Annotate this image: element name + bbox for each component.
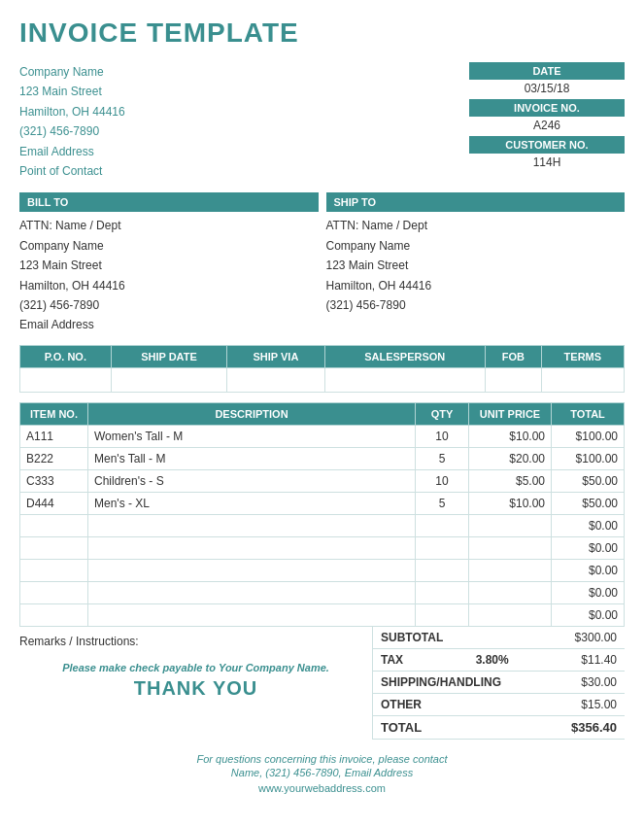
- tax-pct: 3.80%: [476, 653, 509, 667]
- bill-phone: (321) 456-7890: [19, 295, 319, 315]
- po-th-terms: TERMS: [541, 345, 624, 367]
- ship-phone: (321) 456-7890: [326, 295, 626, 315]
- item-no-cell: [20, 536, 88, 559]
- item-price-cell: [469, 581, 552, 603]
- item-desc-cell: Men's Tall - M: [88, 447, 416, 469]
- top-section: Company Name 123 Main Street Hamilton, O…: [19, 62, 625, 181]
- item-no-cell: A111: [20, 425, 88, 447]
- invoice-no-value: A246: [469, 117, 625, 134]
- item-total-cell: $0.00: [552, 536, 625, 559]
- po-th-ship-date: SHIP DATE: [111, 345, 227, 367]
- item-desc-cell: Children's - S: [88, 469, 416, 492]
- bottom-section: Remarks / Instructions: Please make chec…: [19, 627, 625, 740]
- total-row: TOTAL $356.40: [373, 716, 625, 740]
- tax-label: TAX: [381, 653, 403, 667]
- terms-cell: [541, 367, 624, 392]
- footer-web: www.yourwebaddress.com: [19, 782, 625, 794]
- ship-street: 123 Main Street: [326, 256, 626, 275]
- date-invoice-section: DATE 03/15/18 INVOICE NO. A246 CUSTOMER …: [430, 62, 625, 181]
- other-value: $15.00: [581, 698, 617, 711]
- tax-row: TAX 3.80% $11.40: [373, 649, 625, 672]
- date-label: DATE: [469, 62, 625, 80]
- item-qty-cell: [416, 514, 469, 536]
- po-no-cell: [20, 367, 112, 392]
- items-th-desc: DESCRIPTION: [88, 402, 416, 425]
- po-row: [20, 367, 625, 392]
- ship-date-cell: [111, 367, 227, 392]
- date-value: 03/15/18: [469, 80, 625, 97]
- shipping-value: $30.00: [581, 675, 617, 689]
- total-value: $356.40: [571, 720, 617, 735]
- item-qty-cell: 5: [416, 447, 469, 469]
- company-contact: Point of Contact: [19, 161, 125, 181]
- bill-ship-section: BILL TO ATTN: Name / Dept Company Name 1…: [19, 192, 625, 334]
- ship-company: Company Name: [326, 236, 626, 256]
- table-row: $0.00: [20, 559, 625, 581]
- item-desc-cell: [88, 581, 416, 603]
- items-table: ITEM NO. DESCRIPTION QTY UNIT PRICE TOTA…: [19, 402, 625, 627]
- ship-to-header: SHIP TO: [326, 192, 626, 212]
- item-no-cell: [20, 603, 88, 626]
- thank-you-text: THANK YOU: [19, 677, 372, 700]
- item-price-cell: [469, 514, 552, 536]
- item-no-cell: [20, 581, 88, 603]
- item-total-cell: $50.00: [552, 492, 625, 514]
- table-row: C333 Children's - S 10 $5.00 $50.00: [20, 469, 625, 492]
- ship-to-content: ATTN: Name / Dept Company Name 123 Main …: [326, 216, 626, 315]
- table-row: $0.00: [20, 603, 625, 626]
- bill-company: Company Name: [19, 236, 319, 256]
- item-desc-cell: Women's Tall - M: [88, 425, 416, 447]
- salesperson-cell: [324, 367, 485, 392]
- item-total-cell: $100.00: [552, 447, 625, 469]
- footer-section: For questions concerning this invoice, p…: [19, 753, 625, 794]
- customer-no-label: CUSTOMER NO.: [469, 136, 625, 154]
- bill-to-content: ATTN: Name / Dept Company Name 123 Main …: [19, 216, 319, 334]
- total-label: TOTAL: [381, 720, 422, 735]
- other-label: OTHER: [381, 698, 422, 711]
- item-total-cell: $0.00: [552, 514, 625, 536]
- customer-no-value: 114H: [469, 154, 625, 171]
- thank-you-section: Please make check payable to Your Compan…: [19, 652, 372, 706]
- table-row: $0.00: [20, 536, 625, 559]
- company-name: Company Name: [19, 62, 125, 82]
- ship-via-cell: [227, 367, 324, 392]
- payable-prefix: Please make check payable to: [62, 662, 216, 673]
- other-row: OTHER $15.00: [373, 694, 625, 716]
- table-row: $0.00: [20, 514, 625, 536]
- item-no-cell: D444: [20, 492, 88, 514]
- company-street: 123 Main Street: [19, 82, 125, 101]
- items-th-unit-price: UNIT PRICE: [469, 402, 552, 425]
- invoice-no-row: INVOICE NO. A246: [430, 99, 625, 134]
- totals-section: SUBTOTAL $300.00 TAX 3.80% $11.40 SHIPPI…: [372, 627, 625, 740]
- customer-no-row: CUSTOMER NO. 114H: [430, 136, 625, 171]
- bill-city: Hamilton, OH 44416: [19, 276, 319, 295]
- item-price-cell: $10.00: [469, 492, 552, 514]
- subtotal-label: SUBTOTAL: [381, 631, 443, 644]
- item-desc-cell: [88, 559, 416, 581]
- item-price-cell: $20.00: [469, 447, 552, 469]
- footer-details: Name, (321) 456-7890, Email Address: [19, 767, 625, 778]
- item-qty-cell: [416, 603, 469, 626]
- bill-attn: ATTN: Name / Dept: [19, 216, 319, 235]
- invoice-no-label: INVOICE NO.: [469, 99, 625, 117]
- item-total-cell: $50.00: [552, 469, 625, 492]
- item-price-cell: [469, 536, 552, 559]
- item-total-cell: $0.00: [552, 559, 625, 581]
- payable-name: Your Company Name.: [219, 662, 329, 673]
- table-row: A111 Women's Tall - M 10 $10.00 $100.00: [20, 425, 625, 447]
- item-price-cell: [469, 603, 552, 626]
- ship-to-box: SHIP TO ATTN: Name / Dept Company Name 1…: [326, 192, 626, 334]
- item-price-cell: $5.00: [469, 469, 552, 492]
- bill-email: Email Address: [19, 315, 319, 334]
- item-qty-cell: [416, 581, 469, 603]
- item-price-cell: [469, 559, 552, 581]
- po-table: P.O. NO. SHIP DATE SHIP VIA SALESPERSON …: [19, 345, 625, 393]
- po-th-po-no: P.O. NO.: [20, 345, 112, 367]
- shipping-label: SHIPPING/HANDLING: [381, 675, 501, 689]
- table-row: $0.00: [20, 581, 625, 603]
- item-total-cell: $0.00: [552, 603, 625, 626]
- item-qty-cell: 10: [416, 425, 469, 447]
- items-th-item-no: ITEM NO.: [20, 402, 88, 425]
- company-phone: (321) 456-7890: [19, 121, 125, 141]
- po-th-ship-via: SHIP VIA: [227, 345, 324, 367]
